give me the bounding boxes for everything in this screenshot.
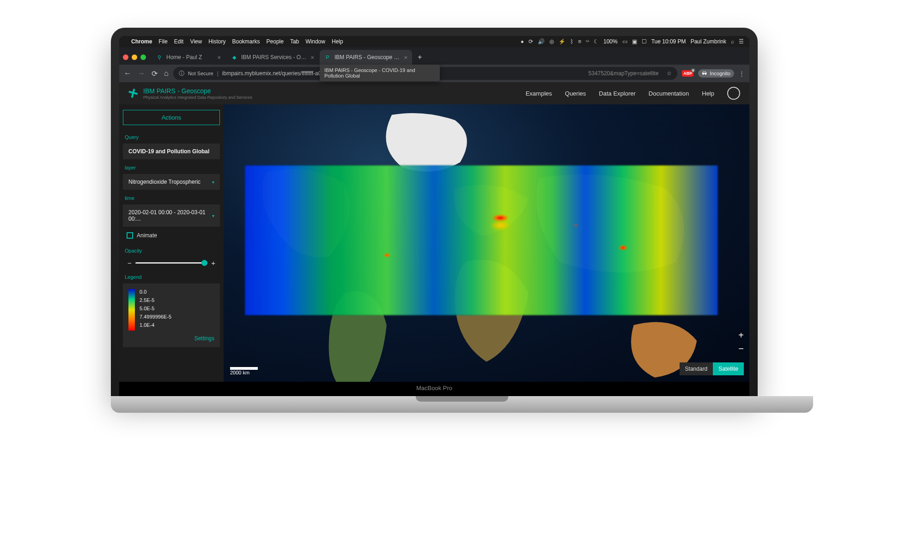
legend-label: Legend <box>121 271 222 282</box>
legend-gradient <box>128 289 135 331</box>
time-label: time <box>121 192 222 203</box>
menu-view[interactable]: View <box>190 38 202 45</box>
slider-track[interactable] <box>135 262 207 264</box>
volume-icon[interactable]: 🔊 <box>538 38 545 45</box>
query-value: COVID-19 and Pollution Global <box>128 148 209 155</box>
nav-queries[interactable]: Queries <box>565 90 586 97</box>
checkbox-icon[interactable] <box>127 232 133 239</box>
menubar-app[interactable]: Chrome <box>131 38 152 45</box>
menubar-clock[interactable]: Tue 10:09 PM <box>651 38 686 45</box>
window-maximize-button[interactable] <box>140 54 146 60</box>
sidebar: Actions Query COVID-19 and Pollution Glo… <box>119 104 224 382</box>
info-icon[interactable]: ⓘ <box>179 70 184 78</box>
screen-icon[interactable]: ▣ <box>632 38 637 45</box>
pairs-logo-icon <box>128 88 139 99</box>
window-minimize-button[interactable] <box>132 54 137 60</box>
product-name: - Geoscope <box>177 87 211 95</box>
wifi-icon[interactable]: ⌔ <box>586 38 589 45</box>
layer-label: layer <box>121 161 222 172</box>
menu-window[interactable]: Window <box>305 38 325 45</box>
tab-close-icon[interactable]: × <box>310 54 314 61</box>
map-mode-toggle: Standard Satellite <box>680 362 744 375</box>
menu-help[interactable]: Help <box>332 38 343 45</box>
menu-file[interactable]: File <box>158 38 167 45</box>
legend-value: 0.0 <box>140 289 214 295</box>
zoom-out-button[interactable]: − <box>738 343 744 354</box>
battery-icon: ▭ <box>622 38 627 45</box>
adblock-icon[interactable]: ABP8 <box>682 70 693 77</box>
bluetooth-icon: ᛒ <box>570 38 573 45</box>
opacity-decrease-button[interactable]: − <box>128 259 132 267</box>
time-dropdown[interactable]: 2020-02-01 00:00 - 2020-03-01 00:... ▾ <box>123 205 220 227</box>
nav-examples[interactable]: Examples <box>526 90 552 97</box>
tab-close-icon[interactable]: × <box>217 54 221 61</box>
animate-checkbox-row[interactable]: Animate <box>123 229 220 242</box>
status-dot-icon: ● <box>521 38 524 45</box>
browser-tab[interactable]: ◆ IBM PAIRS Services - Overview × <box>226 50 319 65</box>
control-center-icon[interactable]: ☰ <box>739 38 744 45</box>
nav-documentation[interactable]: Documentation <box>649 90 689 97</box>
nav-reload-button[interactable]: ⟳ <box>152 69 158 78</box>
favicon-icon: ⚲ <box>156 54 163 60</box>
layer-dropdown[interactable]: Nitrogendioxide Tropospheric ▾ <box>123 174 220 190</box>
nav-back-button[interactable]: ← <box>124 69 131 78</box>
profile-button[interactable] <box>727 87 740 100</box>
query-value-panel[interactable]: COVID-19 and Pollution Global <box>123 144 220 159</box>
time-value: 2020-02-01 00:00 - 2020-03-01 00:... <box>128 209 212 222</box>
menu-people[interactable]: People <box>267 38 284 45</box>
animate-label: Animate <box>137 232 157 239</box>
tab-title: IBM PAIRS - Geoscope - COVID <box>334 54 400 60</box>
legend-value: 2.5E-5 <box>140 297 214 303</box>
security-badge: Not Secure <box>188 71 213 76</box>
chevron-down-icon: ▾ <box>212 213 214 218</box>
window-close-button[interactable] <box>123 54 128 60</box>
legend-value: 1.0E-4 <box>140 322 214 328</box>
laptop-base <box>111 396 813 413</box>
menu-edit[interactable]: Edit <box>174 38 184 45</box>
browser-tab[interactable]: ⚲ Home - Paul Z × <box>152 50 225 65</box>
layer-value: Nitrogendioxide Tropospheric <box>128 179 201 185</box>
nav-help[interactable]: Help <box>702 90 714 97</box>
new-tab-button[interactable]: + <box>413 53 426 61</box>
menu-bookmarks[interactable]: Bookmarks <box>232 38 260 45</box>
macos-menubar: Chrome File Edit View History Bookmarks … <box>119 36 749 47</box>
battery-percent: 100% <box>603 38 618 45</box>
brand-name: IBM PAIRS <box>143 87 176 95</box>
actions-button[interactable]: Actions <box>123 110 220 125</box>
legend-settings-link[interactable]: Settings <box>128 331 214 342</box>
laptop-brand-label: MacBook Pro <box>119 382 749 396</box>
legend-panel: 0.0 2.5E-5 5.0E-5 7.4999996E-5 1.0E-4 Se… <box>123 283 220 347</box>
opacity-increase-button[interactable]: + <box>211 259 215 267</box>
zoom-in-button[interactable]: + <box>738 330 744 341</box>
query-label: Query <box>121 131 222 142</box>
opacity-label: Opacity <box>121 244 222 255</box>
nav-forward-button[interactable]: → <box>138 69 145 78</box>
legend-value: 7.4999996E-5 <box>140 314 214 319</box>
map-mode-standard[interactable]: Standard <box>680 362 713 375</box>
nav-home-button[interactable]: ⌂ <box>164 69 169 78</box>
sync-icon: ⟳ <box>529 38 533 45</box>
display-icon[interactable]: ☐ <box>642 38 647 45</box>
favicon-icon: P <box>324 54 331 60</box>
map-viewport[interactable]: 2000 km + − Standard Satellite <box>224 104 749 382</box>
menubar-user[interactable]: Paul Zumbrink <box>691 38 726 45</box>
menu-history[interactable]: History <box>208 38 225 45</box>
tab-title: IBM PAIRS Services - Overview <box>241 54 307 60</box>
incognito-badge[interactable]: 🕶 Incognito <box>698 69 734 78</box>
chrome-menu-icon[interactable]: ⋮ <box>739 70 745 77</box>
tab-close-icon[interactable]: × <box>404 54 407 61</box>
dnd-icon[interactable]: ☾ <box>594 38 599 45</box>
opacity-slider[interactable]: − + <box>123 257 220 269</box>
nav-data-explorer[interactable]: Data Explorer <box>599 90 635 97</box>
spotlight-icon[interactable]: ⌕ <box>731 38 734 45</box>
menu-tab[interactable]: Tab <box>290 38 299 45</box>
lines-icon: ≡ <box>578 38 581 45</box>
window-controls <box>123 54 146 60</box>
bookmark-star-icon[interactable]: ☆ <box>667 70 672 77</box>
incognito-icon: 🕶 <box>702 71 707 76</box>
bolt-icon: ⚡ <box>559 38 565 45</box>
browser-tab-active[interactable]: P IBM PAIRS - Geoscope - COVID × IBM PAI… <box>320 50 412 65</box>
map-mode-satellite[interactable]: Satellite <box>713 362 744 375</box>
scale-label: 2000 km <box>230 370 249 375</box>
slider-thumb[interactable] <box>201 260 207 266</box>
